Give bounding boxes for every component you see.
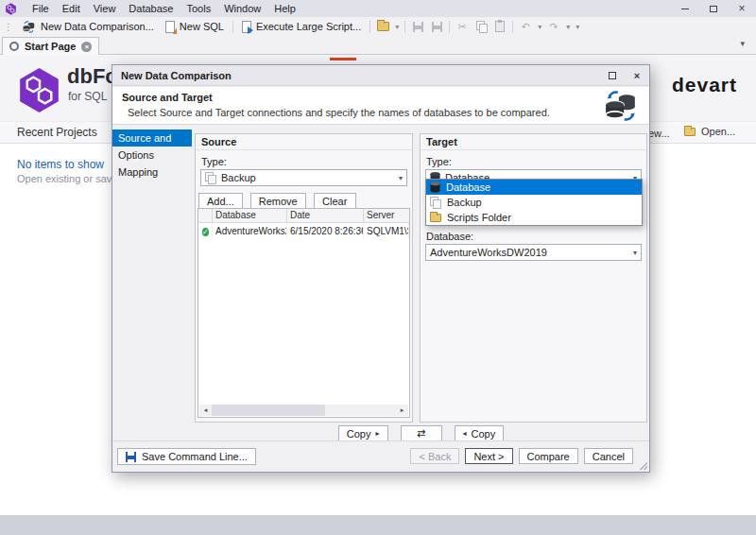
scrollbar-thumb[interactable] — [212, 405, 325, 416]
open-project-button[interactable]: Open... — [684, 126, 735, 137]
menu-tools[interactable]: Tools — [180, 0, 217, 17]
database-icon — [430, 181, 440, 193]
chevron-down-icon: ▾ — [399, 174, 403, 182]
list-header-server[interactable]: Server — [364, 209, 409, 222]
popup-option-backup[interactable]: Backup — [426, 195, 642, 210]
sidebar-item-source-and-target[interactable]: Source and Target — [112, 129, 192, 147]
dialog-footer: Save Command Line... < Back Next > Compa… — [112, 440, 649, 472]
tab-close-icon[interactable]: × — [81, 42, 92, 52]
undo-icon[interactable]: ↶ — [516, 18, 535, 35]
compare-button[interactable]: Compare — [519, 448, 578, 464]
dialog-body: Source and Target Options Mapping Source… — [112, 126, 649, 440]
cut-icon[interactable]: ✂ — [453, 18, 472, 35]
open-project-label: Open... — [701, 126, 735, 137]
source-type-label: Type: — [201, 156, 412, 167]
copy-to-source-label: Copy — [472, 428, 496, 440]
document-tabstrip: Start Page × ▾ — [0, 36, 756, 55]
undo-dropdown-caret-icon[interactable]: ▾ — [535, 23, 544, 31]
open-dropdown-caret-icon[interactable]: ▾ — [392, 23, 402, 31]
redo-dropdown-caret-icon[interactable]: ▾ — [563, 23, 573, 31]
swap-icon: ⇄ — [417, 427, 425, 440]
resize-grip[interactable] — [639, 461, 647, 470]
recent-projects-label: Recent Projects — [17, 126, 97, 139]
menu-database[interactable]: Database — [122, 0, 180, 17]
save-command-line-button[interactable]: Save Command Line... — [117, 448, 256, 465]
sidebar-item-options[interactable]: Options — [112, 147, 192, 164]
new-data-comparison-dialog: New Data Comparison × Source and Target … — [112, 64, 650, 473]
swap-button[interactable]: ⇄ — [401, 425, 442, 441]
save-all-icon[interactable] — [427, 18, 446, 35]
copy-to-target-button[interactable]: Copy ▸ — [338, 425, 388, 441]
new-sql-label: New SQL — [180, 21, 224, 32]
list-header-date[interactable]: Date — [287, 209, 364, 222]
new-project-button[interactable]: ew... — [648, 128, 670, 139]
minimize-icon[interactable] — [671, 0, 699, 17]
menu-view[interactable]: View — [87, 0, 123, 17]
devart-logo: devart — [672, 74, 737, 96]
target-database-value: AdventureWorksDW2019 — [430, 247, 547, 258]
toolbar-separator — [449, 21, 450, 33]
toolbar-separator — [369, 21, 370, 33]
dialog-header-title: Source and Target — [122, 92, 213, 103]
window-titlebar: File Edit View Database Tools Window Hel… — [0, 0, 756, 17]
paste-icon[interactable] — [490, 18, 509, 35]
target-database-dropdown[interactable]: AdventureWorksDW2019 ▾ — [425, 244, 642, 261]
dialog-title: New Data Comparison — [121, 70, 232, 81]
toolbar-separator — [404, 21, 405, 33]
menu-edit[interactable]: Edit — [56, 0, 87, 17]
scroll-left-icon[interactable]: ◂ — [199, 406, 212, 414]
dialog-titlebar[interactable]: New Data Comparison × — [112, 65, 649, 86]
toolbar-overflow-caret-icon[interactable]: ▾ — [573, 23, 582, 31]
tab-list-caret-icon[interactable]: ▾ — [740, 39, 745, 48]
sidebar-item-mapping[interactable]: Mapping — [112, 164, 192, 181]
next-button[interactable]: Next > — [465, 448, 512, 464]
popup-option-database[interactable]: Database — [426, 180, 642, 195]
start-page-icon — [9, 42, 19, 51]
copy-icon[interactable] — [472, 18, 490, 35]
brand-title: dbFo — [67, 64, 118, 89]
open-file-icon[interactable] — [373, 18, 392, 35]
dialog-window-controls: × — [600, 65, 649, 85]
new-sql-button[interactable]: New SQL — [160, 18, 230, 35]
scripts-folder-icon — [430, 214, 441, 222]
backup-icon — [205, 172, 216, 183]
backup-icon — [430, 197, 441, 208]
menu-help[interactable]: Help — [267, 0, 302, 17]
execute-large-script-button[interactable]: Execute Large Script... — [236, 18, 367, 35]
arrow-right-icon: ▸ — [375, 429, 379, 438]
list-header-database[interactable]: Database — [213, 209, 287, 222]
cancel-button[interactable]: Cancel — [584, 448, 633, 464]
dbforge-logo — [18, 67, 60, 113]
dialog-maximize-icon[interactable] — [600, 65, 625, 85]
source-type-dropdown[interactable]: Backup ▾ — [200, 169, 407, 186]
scroll-right-icon[interactable]: ▸ — [396, 406, 408, 414]
maximize-icon[interactable] — [699, 0, 728, 17]
copy-controls: Copy ▸ ⇄ ◂ Copy — [195, 425, 647, 441]
menu-window[interactable]: Window — [217, 0, 267, 17]
copy-to-source-button[interactable]: ◂ Copy — [455, 425, 505, 441]
redo-icon[interactable]: ↷ — [544, 18, 563, 35]
remove-button[interactable]: Remove — [250, 193, 306, 209]
dialog-close-icon[interactable]: × — [625, 65, 649, 85]
clear-button[interactable]: Clear — [314, 193, 356, 209]
table-row[interactable]: ✓ AdventureWorks2019 6/15/2020 8:26:36 P… — [198, 223, 409, 239]
popup-option-scripts-folder[interactable]: Scripts Folder — [426, 210, 642, 225]
save-icon[interactable] — [408, 18, 427, 35]
execute-script-icon — [242, 21, 251, 33]
popup-option-backup-label: Backup — [447, 197, 482, 208]
add-button[interactable]: Add... — [198, 193, 243, 209]
new-data-comparison-button[interactable]: New Data Comparison... — [16, 18, 160, 35]
popup-option-scripts-folder-label: Scripts Folder — [447, 212, 511, 223]
menu-file[interactable]: File — [26, 0, 56, 17]
arrow-left-icon: ◂ — [463, 429, 467, 438]
popup-option-database-label: Database — [446, 181, 490, 193]
tab-start-page[interactable]: Start Page × — [2, 37, 99, 55]
back-button[interactable]: < Back — [410, 448, 459, 464]
list-header-status[interactable] — [198, 209, 213, 222]
app-logo-icon — [5, 3, 17, 15]
target-panel: Target Type: Database ▾ Database Backup — [420, 133, 647, 423]
horizontal-scrollbar[interactable]: ◂ ▸ — [199, 405, 408, 416]
close-icon[interactable]: × — [728, 0, 756, 17]
row-database-cell: AdventureWorks2019 — [213, 223, 287, 239]
status-bar — [0, 515, 756, 535]
